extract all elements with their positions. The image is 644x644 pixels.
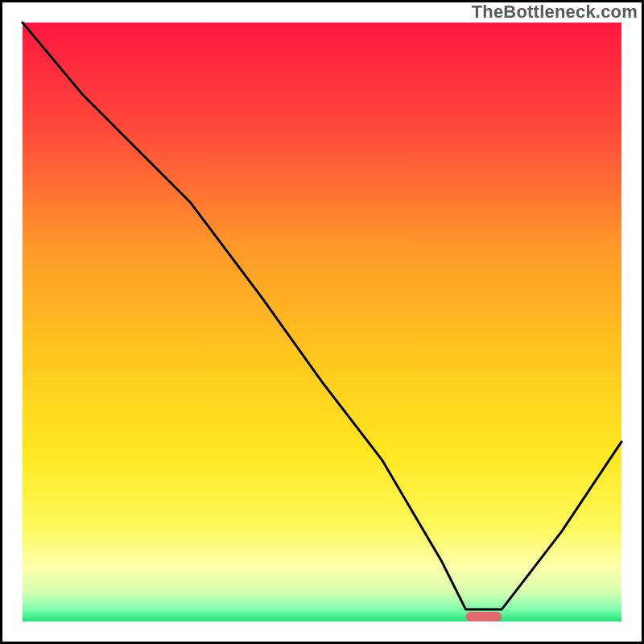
watermark-text: TheBottleneck.com	[472, 2, 638, 23]
bottleneck-chart	[0, 0, 644, 644]
gradient-plot-area	[23, 23, 621, 621]
optimal-marker	[466, 612, 502, 621]
